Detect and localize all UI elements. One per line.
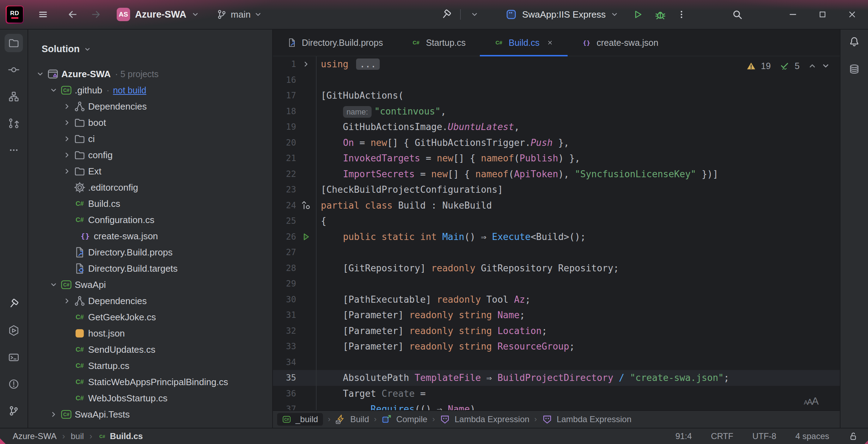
code-line-27[interactable]: 27 xyxy=(273,245,840,260)
status-file-path[interactable]: Azure-SWA›buil›C#Build.cs xyxy=(13,431,143,441)
vcs-branch-selector[interactable]: main xyxy=(216,9,262,20)
breadcrumb-item[interactable]: Compile xyxy=(381,414,427,425)
editor-tab-Startup.cs[interactable]: C#Startup.cs xyxy=(397,30,480,56)
tree-expand-toggle[interactable] xyxy=(61,132,73,145)
tool-window-button-terminal[interactable] xyxy=(5,348,23,366)
tree-item-Startup.cs[interactable]: C# Startup.cs xyxy=(28,358,272,374)
editor-tab-Directory.Build.props[interactable]: Directory.Build.props xyxy=(273,30,397,56)
tool-window-button-build[interactable] xyxy=(5,295,23,313)
io-override-icon[interactable] xyxy=(301,200,311,211)
gutter[interactable] xyxy=(296,198,316,214)
tree-item-.github[interactable]: C# .github·not build xyxy=(28,82,272,98)
code-line-29[interactable]: 29 xyxy=(273,276,840,292)
status-caret-position[interactable]: 91:4 xyxy=(676,431,692,441)
tree-item-Azure-SWA[interactable]: Azure-SWA· 5 projects xyxy=(28,66,272,82)
tree-item-link[interactable]: not build xyxy=(113,85,146,95)
code-line-37[interactable]: 37 .Requires(() ⇒ Name) xyxy=(273,401,840,410)
tool-window-button-run[interactable] xyxy=(5,321,23,340)
tree-expand-toggle[interactable] xyxy=(61,165,73,178)
tree-item-config[interactable]: config xyxy=(28,147,272,163)
tree-expand-toggle[interactable] xyxy=(61,100,73,113)
tab-close-button[interactable] xyxy=(546,39,554,46)
breadcrumb-item[interactable]: C#_build xyxy=(277,413,323,426)
chev-down-icon[interactable] xyxy=(50,86,57,94)
tree-item-Directory.Build.props[interactable]: Directory.Build.props xyxy=(28,244,272,260)
code-line-22[interactable]: 22 ImportSecrets = new[] { nameof(ApiTok… xyxy=(273,166,840,182)
breadcrumb-item[interactable]: Lambda Expression xyxy=(440,414,529,425)
tree-item-Build.cs[interactable]: C# Build.cs xyxy=(28,196,272,212)
tree-item-host.json[interactable]: host.json xyxy=(28,325,272,341)
status-file-encoding[interactable]: UTF-8 xyxy=(752,431,776,441)
code-line-19[interactable]: 19 GitHubActionsImage.UbuntuLatest, xyxy=(273,119,840,135)
build-options-button[interactable] xyxy=(467,7,482,22)
main-menu-button[interactable] xyxy=(36,7,50,22)
status-line-separator[interactable]: CRTF xyxy=(711,431,733,441)
code-line-35[interactable]: 35 AbsolutePath TemplateFile ⇒ BuildProj… xyxy=(273,370,840,386)
code-line-18[interactable]: 18 name:"continvous", xyxy=(273,104,840,119)
run-button[interactable] xyxy=(630,7,645,22)
tool-window-button-commit[interactable] xyxy=(5,61,23,79)
chev-right-icon[interactable] xyxy=(302,60,310,68)
tree-expand-toggle[interactable] xyxy=(61,295,73,307)
code-line-34[interactable]: 34 xyxy=(273,354,840,370)
tree-item-Ext[interactable]: Ext xyxy=(28,163,272,179)
status-path-segment[interactable]: C#Build.cs xyxy=(98,431,143,441)
tool-window-button-structure[interactable] xyxy=(5,87,23,106)
next-problem-button[interactable] xyxy=(821,62,830,70)
tree-item-ci[interactable]: ci xyxy=(28,131,272,147)
code-line-21[interactable]: 21 InvokedTargets = new[] { nameof(Publi… xyxy=(273,150,840,166)
folded-region[interactable]: ... xyxy=(356,58,380,70)
gutter[interactable] xyxy=(296,229,316,245)
tree-item-SwaApi[interactable]: C# SwaApi xyxy=(28,277,272,293)
window-close-button[interactable] xyxy=(845,7,860,22)
tool-window-button-version-control[interactable] xyxy=(5,402,23,420)
tree-expand-toggle[interactable] xyxy=(34,68,47,80)
chev-right-icon[interactable] xyxy=(63,119,71,127)
back-button[interactable] xyxy=(65,7,80,22)
code-line-26[interactable]: 26 public static int Main() ⇒ Execute<Bu… xyxy=(273,229,840,245)
build-button[interactable] xyxy=(439,7,454,22)
tree-item-SendUpdates.cs[interactable]: C# SendUpdates.cs xyxy=(28,341,272,358)
chev-right-icon[interactable] xyxy=(63,135,71,143)
tree-item-GetGeekJoke.cs[interactable]: C# GetGeekJoke.cs xyxy=(28,309,272,325)
tree-item-SwaApi.Tests[interactable]: C# SwaApi.Tests xyxy=(28,406,272,423)
breadcrumb-item[interactable]: Build xyxy=(335,414,369,425)
editor-tab-create-swa.json[interactable]: {}create-swa.json xyxy=(568,30,672,56)
status-path-segment[interactable]: Azure-SWA xyxy=(13,431,56,441)
breadcrumb-item[interactable]: Lambda Expression xyxy=(542,414,631,425)
gutter[interactable] xyxy=(296,56,316,72)
tree-item-Dependencies[interactable]: Dependencies xyxy=(28,293,272,309)
tool-window-button-solution-explorer[interactable] xyxy=(5,34,23,52)
window-maximize-button[interactable] xyxy=(815,7,830,22)
code-line-28[interactable]: 28 [GitRepository] readonly GitRepositor… xyxy=(273,260,840,276)
tree-item-.editorconfig[interactable]: .editorconfig xyxy=(28,179,272,196)
code-line-33[interactable]: 33 [Parameter] readonly string ResourceG… xyxy=(273,339,840,354)
status-indent-style[interactable]: 4 spaces xyxy=(795,431,829,441)
tree-expand-toggle[interactable] xyxy=(47,408,60,421)
tool-window-button-problems[interactable] xyxy=(5,375,23,393)
search-everywhere-button[interactable] xyxy=(730,7,745,22)
tool-window-button-more-tool-windows[interactable] xyxy=(5,141,23,159)
code-line-30[interactable]: 30 [PathExecutable] readonly Tool Az; xyxy=(273,292,840,308)
tree-expand-toggle[interactable] xyxy=(47,84,60,97)
code-line-32[interactable]: 32 [Parameter] readonly string Location; xyxy=(273,323,840,339)
code-editor[interactable]: 1 using ... 16 17 [GitHubActions( 18 nam… xyxy=(273,56,840,410)
chev-down-icon[interactable] xyxy=(36,70,44,78)
run-marker-icon[interactable] xyxy=(301,232,311,242)
tool-window-button-database[interactable] xyxy=(845,60,863,78)
chev-down-icon[interactable] xyxy=(50,281,57,289)
lock-open-icon[interactable] xyxy=(848,431,858,441)
file-lock-button[interactable] xyxy=(848,431,858,441)
forward-button[interactable] xyxy=(88,7,103,22)
code-line-17[interactable]: 17 [GitHubActions( xyxy=(273,88,840,104)
tool-window-header[interactable]: Solution xyxy=(28,30,272,66)
tree-item-create-swa.json[interactable]: {} create-swa.json xyxy=(28,228,272,244)
inspections-widget[interactable]: 19 5 xyxy=(746,61,830,71)
code-line-31[interactable]: 31 [Parameter] readonly string Name; xyxy=(273,307,840,323)
tree-item-boot[interactable]: boot xyxy=(28,115,272,131)
chev-right-icon[interactable] xyxy=(63,103,71,110)
chev-right-icon[interactable] xyxy=(50,411,57,418)
code-line-25[interactable]: 25 { xyxy=(273,213,840,229)
status-path-segment[interactable]: buil xyxy=(71,431,84,441)
code-line-24[interactable]: 24 partial class Build : NukeBuild xyxy=(273,198,840,214)
